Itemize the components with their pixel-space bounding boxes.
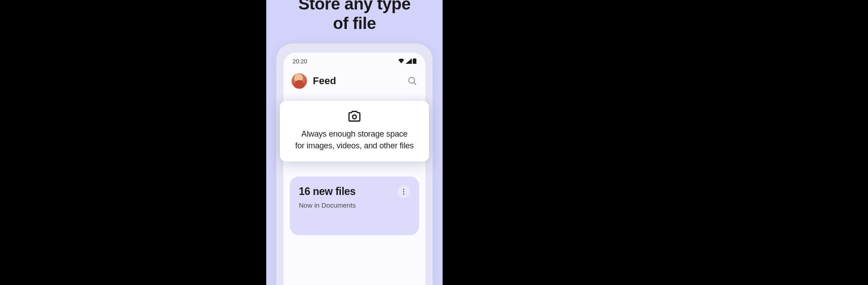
phone-frame: 20:20 Feed	[276, 43, 433, 285]
promo-line-2: for images, videos, and other files	[295, 141, 414, 150]
storage-promo-card: Always enough storage space for images, …	[280, 101, 429, 162]
cell-signal-icon	[406, 58, 412, 64]
promo-line-1: Always enough storage space	[302, 129, 408, 138]
headline: Store any type of file	[266, 0, 443, 33]
headline-line-1: Store any type	[266, 0, 443, 14]
feed-card-title: 16 new files	[299, 185, 356, 198]
svg-rect-1	[414, 58, 415, 59]
battery-icon	[413, 58, 416, 64]
feed-card-subtitle: Now in Documents	[299, 201, 356, 209]
promo-text: Always enough storage space for images, …	[289, 128, 420, 152]
phone-screen: 20:20 Feed	[283, 52, 425, 285]
search-icon[interactable]	[407, 76, 417, 86]
svg-point-4	[353, 115, 357, 119]
feed-card[interactable]: 16 new files Now in Documents	[290, 176, 419, 235]
wifi-icon	[398, 58, 405, 64]
app-promo-panel: Store any type of file 20:20 Feed	[266, 0, 443, 285]
svg-point-2	[409, 77, 415, 83]
svg-point-6	[403, 191, 405, 193]
svg-line-3	[414, 83, 416, 85]
svg-point-5	[403, 189, 405, 190]
svg-rect-0	[413, 59, 416, 64]
more-button[interactable]	[397, 185, 410, 198]
app-title: Feed	[313, 75, 401, 87]
headline-line-2: of file	[266, 14, 443, 33]
status-bar: 20:20	[283, 52, 425, 68]
svg-point-7	[403, 194, 405, 195]
app-header: Feed	[283, 68, 425, 94]
feed-card-top: 16 new files Now in Documents	[299, 185, 410, 209]
more-vertical-icon	[403, 189, 405, 195]
camera-icon	[347, 109, 362, 124]
avatar[interactable]	[292, 73, 307, 89]
status-time: 20:20	[292, 58, 307, 65]
status-icons	[398, 58, 416, 64]
